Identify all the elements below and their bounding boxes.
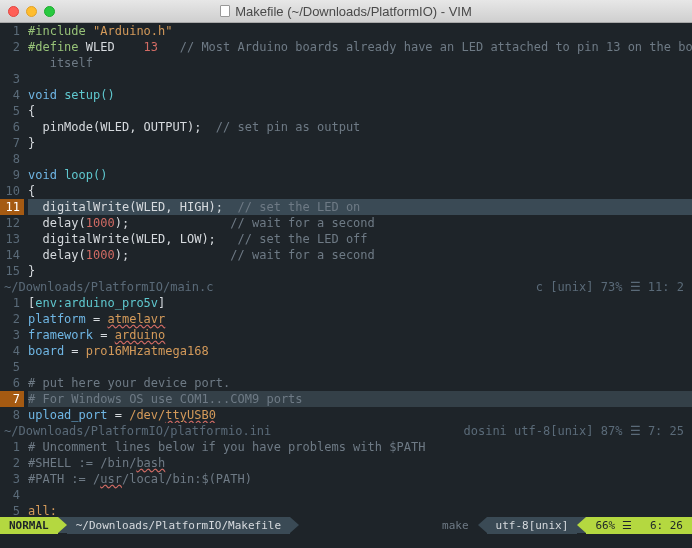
code-line[interactable]: void loop() (28, 167, 692, 183)
code-line[interactable]: platform = atmelavr (28, 311, 692, 327)
gutter: 1 2 3 4 5 6 7 8 (0, 295, 24, 423)
pane-main-c[interactable]: 1 2 3 4 5 6 7 8 9 10 11 12 13 14 15 #inc… (0, 23, 692, 279)
filetype-segment: make (433, 517, 478, 534)
code-line[interactable]: } (28, 263, 692, 279)
pane-platformio-ini[interactable]: 1 2 3 4 5 6 7 8 [env:arduino_pro5v] plat… (0, 295, 692, 423)
arrow-icon (290, 517, 299, 533)
code-line[interactable]: # For Windows OS use COM1...COM9 ports (28, 391, 692, 407)
document-icon (220, 5, 230, 17)
code-line[interactable]: upload_port = /dev/ttyUSB0 (28, 407, 692, 423)
code-line[interactable]: void setup() (28, 87, 692, 103)
code-line[interactable]: } (28, 135, 692, 151)
split-bar-ini: ~/Downloads/PlatformIO/platformio.ini do… (0, 423, 692, 439)
code-area[interactable]: #include "Arduino.h" #define WLED 13 // … (28, 23, 692, 279)
split-info: dosini utf-8[unix] 87% ☰ 7: 25 (463, 423, 692, 439)
window-title: Makefile (~/Downloads/PlatformIO) - VIM (235, 4, 472, 19)
mode-segment: NORMAL (0, 517, 58, 534)
code-line[interactable]: #include "Arduino.h" (28, 23, 692, 39)
code-line[interactable]: [env:arduino_pro5v] (28, 295, 692, 311)
code-line[interactable]: # Uncomment lines below if you have prob… (28, 439, 692, 455)
code-line[interactable]: #define WLED 13 // Most Arduino boards a… (28, 39, 692, 55)
arrow-icon (58, 517, 67, 533)
split-path: ~/Downloads/PlatformIO/platformio.ini (4, 423, 271, 439)
gutter: 1 2 3 4 5 6 7 8 9 10 11 12 13 14 15 (0, 23, 24, 279)
split-info: c [unix] 73% ☰ 11: 2 (536, 279, 692, 295)
statusbar: NORMAL ~/Downloads/PlatformIO/Makefile m… (0, 517, 692, 534)
pane-makefile[interactable]: 1 2 3 4 5 6 7 8 9 # Uncomment lines belo… (0, 439, 692, 517)
code-line[interactable]: itself (28, 55, 692, 71)
code-line[interactable]: digitalWrite(WLED, LOW); // set the LED … (28, 231, 692, 247)
window-title-wrap: Makefile (~/Downloads/PlatformIO) - VIM (0, 4, 692, 19)
encoding-segment: utf-8[unix] (487, 517, 578, 534)
code-line[interactable] (28, 487, 692, 503)
arrow-icon (478, 517, 487, 533)
gutter: 1 2 3 4 5 6 7 8 9 (0, 439, 24, 517)
percent-segment: 66% ☰ (586, 517, 641, 534)
code-line[interactable]: #PATH := /usr/local/bin:$(PATH) (28, 471, 692, 487)
code-line[interactable]: digitalWrite(WLED, HIGH); // set the LED… (28, 199, 692, 215)
code-line[interactable]: board = pro16MHzatmega168 (28, 343, 692, 359)
command-line-area[interactable] (0, 534, 692, 548)
code-area[interactable]: # Uncomment lines below if you have prob… (28, 439, 692, 517)
code-line[interactable] (28, 359, 692, 375)
code-line[interactable]: # put here your device port. (28, 375, 692, 391)
code-line[interactable]: all: (28, 503, 692, 517)
code-line[interactable]: { (28, 103, 692, 119)
code-line[interactable]: framework = arduino (28, 327, 692, 343)
position-segment: 6: 26 (641, 517, 692, 534)
code-line[interactable] (28, 151, 692, 167)
code-line[interactable]: #SHELL := /bin/bash (28, 455, 692, 471)
arrow-icon (577, 517, 586, 533)
editor[interactable]: 1 2 3 4 5 6 7 8 9 10 11 12 13 14 15 #inc… (0, 23, 692, 548)
code-line[interactable]: { (28, 183, 692, 199)
code-area[interactable]: [env:arduino_pro5v] platform = atmelavr … (28, 295, 692, 423)
titlebar: Makefile (~/Downloads/PlatformIO) - VIM (0, 0, 692, 23)
code-line[interactable] (28, 71, 692, 87)
split-bar-main: ~/Downloads/PlatformIO/main.c c [unix] 7… (0, 279, 692, 295)
code-line[interactable]: delay(1000); // wait for a second (28, 215, 692, 231)
status-spacer (299, 517, 433, 534)
path-segment: ~/Downloads/PlatformIO/Makefile (67, 517, 290, 534)
code-line[interactable]: pinMode(WLED, OUTPUT); // set pin as out… (28, 119, 692, 135)
code-line[interactable]: delay(1000); // wait for a second (28, 247, 692, 263)
split-path: ~/Downloads/PlatformIO/main.c (4, 279, 214, 295)
